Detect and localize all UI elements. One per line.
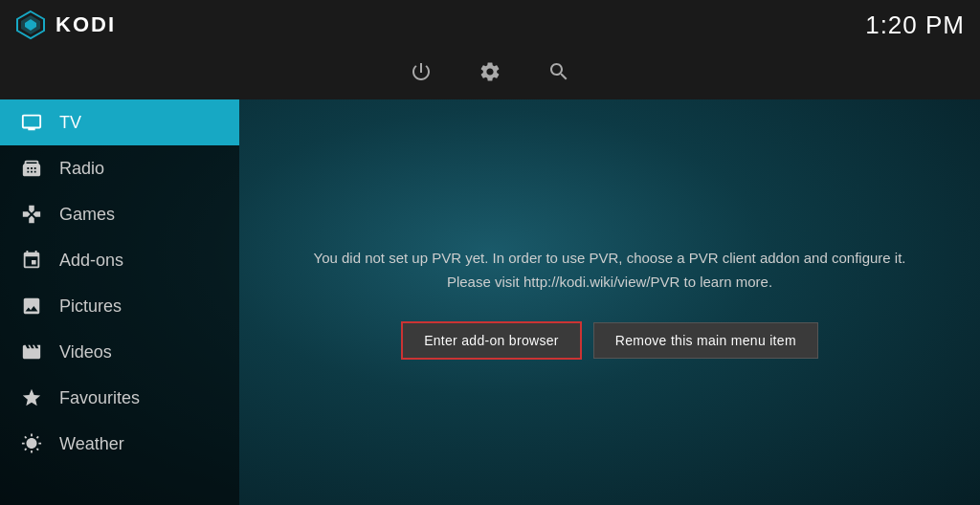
app-container: KODI 1:20 PM TV bbox=[0, 0, 980, 505]
search-icon[interactable] bbox=[547, 60, 570, 89]
toolbar bbox=[0, 50, 980, 99]
sidebar-item-weather[interactable]: Weather bbox=[0, 421, 239, 467]
kodi-logo-icon bbox=[15, 10, 46, 40]
top-bar: KODI 1:20 PM bbox=[0, 0, 980, 50]
sidebar-item-games[interactable]: Games bbox=[0, 191, 239, 237]
button-row: Enter add-on browser Remove this main me… bbox=[401, 321, 818, 360]
sidebar-item-favourites-label: Favourites bbox=[59, 388, 140, 408]
content-area: You did not set up PVR yet. In order to … bbox=[239, 99, 980, 505]
pvr-message-line1: You did not set up PVR yet. In order to … bbox=[314, 250, 906, 266]
videos-icon bbox=[19, 340, 44, 364]
games-icon bbox=[19, 202, 44, 227]
sidebar-item-videos-label: Videos bbox=[59, 342, 112, 362]
clock-display: 1:20 PM bbox=[865, 11, 965, 40]
sidebar-item-addons[interactable]: Add-ons bbox=[0, 237, 239, 283]
sidebar-item-games-label: Games bbox=[59, 205, 115, 225]
sidebar: TV Radio Games Add-ons bbox=[0, 99, 239, 505]
sidebar-item-tv-label: TV bbox=[59, 113, 81, 133]
sidebar-item-radio[interactable]: Radio bbox=[0, 145, 239, 191]
radio-icon bbox=[19, 156, 44, 181]
main-content: TV Radio Games Add-ons bbox=[0, 99, 980, 505]
pvr-message-line2: Please visit http://kodi.wiki/view/PVR t… bbox=[447, 274, 772, 290]
sidebar-item-favourites[interactable]: Favourites bbox=[0, 375, 239, 421]
addons-icon bbox=[19, 248, 44, 273]
power-icon[interactable] bbox=[410, 60, 433, 89]
sidebar-item-videos[interactable]: Videos bbox=[0, 329, 239, 375]
sidebar-item-addons-label: Add-ons bbox=[59, 251, 123, 271]
favourites-icon bbox=[19, 385, 44, 410]
weather-icon bbox=[19, 431, 44, 456]
logo-area: KODI bbox=[15, 10, 116, 40]
sidebar-item-tv[interactable]: TV bbox=[0, 99, 239, 145]
remove-menu-item-button[interactable]: Remove this main menu item bbox=[593, 322, 818, 359]
sidebar-item-pictures[interactable]: Pictures bbox=[0, 283, 239, 329]
enter-addon-browser-button[interactable]: Enter add-on browser bbox=[401, 321, 582, 360]
app-title: KODI bbox=[56, 12, 116, 37]
sidebar-item-pictures-label: Pictures bbox=[59, 296, 122, 317]
pictures-icon bbox=[19, 294, 44, 318]
sidebar-item-radio-label: Radio bbox=[59, 159, 104, 179]
pvr-message: You did not set up PVR yet. In order to … bbox=[314, 246, 906, 295]
settings-icon[interactable] bbox=[479, 60, 501, 89]
tv-icon bbox=[19, 110, 44, 135]
sidebar-item-weather-label: Weather bbox=[59, 434, 124, 454]
